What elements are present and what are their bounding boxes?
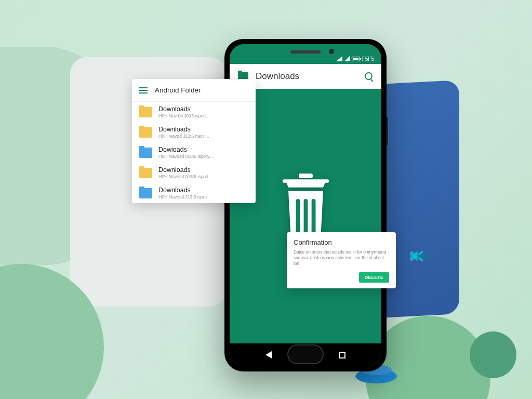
status-time: F5F5 [362,56,374,62]
nav-back-icon[interactable] [265,351,272,358]
phone-camera [329,49,334,54]
status-bar: F5F5 [230,44,381,64]
phone-home-button[interactable] [287,344,324,364]
popup-header: Android Folder [132,79,256,102]
list-item[interactable]: Downloads H0H Navpd J13t5 nacvi... [132,122,256,142]
list-item-meta: H0H Navosd 015t6 ispory... [158,154,248,159]
list-item-meta: H0H Nov 04 J015 isport... [158,113,248,118]
svg-rect-0 [299,174,313,178]
delete-button[interactable]: DELETE [359,272,389,283]
list-item[interactable]: Downloads H0H Navosd 015t6 isport... [132,163,256,183]
list-item[interactable]: Downloads H0H Nov 04 J015 isport... [132,102,256,122]
folder-icon [139,148,152,158]
dialog-body: Daice un ontos that sotsds tus in for om… [294,249,389,267]
dialog-title: Confirmation [294,238,389,246]
nav-recent-icon[interactable] [339,352,345,358]
list-item-name: Downloads [158,126,248,133]
confirmation-dialog: Confirmation Daice un ontos that sotsds … [287,232,396,288]
popup-title: Android Folder [155,86,201,94]
signal-icon [336,56,342,61]
app-title: Downloads [256,71,357,82]
list-item[interactable]: Downloads H0H Navosd J13t5 ispov... [132,183,256,203]
list-item-meta: H0H Navosd 015t6 isport... [158,174,248,179]
list-item-name: Dowioads [158,146,248,153]
battery-icon [352,57,360,61]
arrow-left-icon [409,248,430,266]
menu-icon[interactable] [139,87,148,94]
phone-earpiece [290,50,321,54]
list-item-meta: H0H Navosd J13t5 ispov... [158,194,248,200]
svg-rect-1 [282,179,328,183]
list-item-name: Downloads [158,166,248,174]
list-item-name: Downloads [158,187,248,194]
folder-icon [139,107,152,117]
list-item-meta: H0H Navpd J13t5 nacvi... [158,134,248,139]
background-shape [470,331,516,378]
folder-list-popup: Android Folder Downloads H0H Nov 04 J015… [132,79,256,203]
phone-power-button [387,117,388,145]
folder-icon [139,188,152,198]
folder-icon [139,127,152,138]
list-item[interactable]: Dowioads H0H Navosd 015t6 ispory... [132,142,256,163]
list-item-name: Downloads [158,105,248,113]
wifi-icon [344,56,350,61]
search-icon[interactable] [365,72,373,81]
folder-icon [139,168,152,178]
